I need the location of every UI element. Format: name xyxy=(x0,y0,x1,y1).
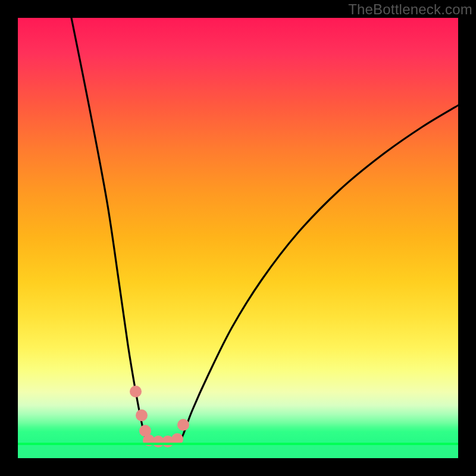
bottleneck-curve xyxy=(18,18,458,458)
valley-marker xyxy=(136,409,148,421)
watermark-text: TheBottleneck.com xyxy=(348,1,472,18)
valley-marker xyxy=(130,386,142,397)
plot-area xyxy=(18,18,458,458)
chart-frame: TheBottleneck.com xyxy=(0,0,476,476)
valley-marker xyxy=(177,419,189,431)
